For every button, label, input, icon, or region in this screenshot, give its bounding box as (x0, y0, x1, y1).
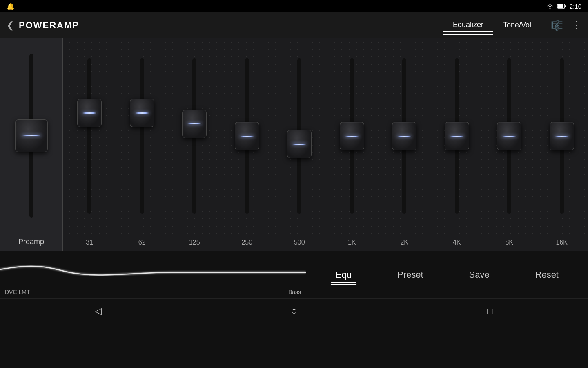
band-2k: 2K (378, 38, 431, 251)
band-31: 31 (63, 38, 116, 251)
band-8k: 8K (483, 38, 536, 251)
curve-labels: DVC LMT Bass (5, 289, 301, 295)
preamp-section: Preamp (0, 38, 63, 251)
band-250-label: 250 (241, 234, 252, 251)
svg-rect-3 (565, 5, 566, 7)
nav-recents-icon: □ (487, 306, 492, 316)
band-1k-thumb[interactable] (340, 122, 364, 150)
band-31-slider[interactable] (63, 38, 116, 234)
band-31-track (87, 58, 91, 214)
band-62-label: 62 (138, 234, 146, 251)
band-8k-thumb[interactable] (497, 122, 521, 150)
band-4k-label: 4K (453, 234, 461, 251)
bottom-tabs: Equ Preset Save Reset (306, 251, 588, 298)
band-1k: 1K (326, 38, 379, 251)
band-31-label: 31 (86, 234, 93, 251)
curve-area: DVC LMT Bass (0, 251, 306, 298)
bottom-section: DVC LMT Bass Equ Preset Save Reset (0, 251, 588, 298)
nav-back-icon: ◁ (95, 306, 102, 316)
band-125-label: 125 (189, 234, 200, 251)
top-bar: ❮ POWERAMP Equalizer Tone/Vol 🎼 ⋮ (0, 12, 588, 38)
band-500-thumb[interactable] (287, 130, 312, 158)
preamp-label: Preamp (0, 233, 62, 251)
band-16k-slider[interactable] (536, 38, 588, 234)
band-125: 125 (168, 38, 221, 251)
band-2k-thumb[interactable] (392, 122, 416, 150)
tab-save-button[interactable]: Save (464, 268, 494, 282)
band-62: 62 (116, 38, 169, 251)
wifi-icon (546, 3, 554, 9)
band-2k-track (402, 58, 406, 214)
band-2k-slider[interactable] (378, 38, 431, 234)
nav-home-icon: ○ (291, 305, 297, 317)
band-500-label: 500 (294, 234, 305, 251)
band-250: 250 (221, 38, 274, 251)
band-62-thumb[interactable] (130, 99, 154, 127)
preamp-slider-container[interactable] (0, 38, 62, 233)
band-8k-label: 8K (505, 234, 513, 251)
band-16k: 16K (536, 38, 588, 251)
band-31-thumb[interactable] (77, 99, 102, 127)
tab-equalizer[interactable]: Equalizer (443, 19, 493, 32)
nav-home-button[interactable]: ○ (282, 299, 306, 323)
band-4k: 4K (431, 38, 483, 251)
band-16k-track (560, 58, 564, 214)
band-62-track (140, 58, 144, 214)
band-250-track (245, 58, 249, 214)
band-4k-track (455, 58, 459, 214)
svg-rect-2 (558, 4, 564, 8)
band-500-slider[interactable] (273, 38, 326, 234)
band-500-track (297, 58, 301, 214)
dvc-lmt-label: DVC LMT (5, 289, 30, 295)
band-250-slider[interactable] (221, 38, 274, 234)
more-options-icon[interactable]: ⋮ (571, 19, 581, 31)
band-4k-thumb[interactable] (445, 122, 469, 150)
tab-tonevol[interactable]: Tone/Vol (493, 19, 541, 31)
band-500: 500 (273, 38, 326, 251)
status-bar: 🔔 2:10 (0, 0, 588, 12)
preamp-thumb[interactable] (15, 119, 48, 152)
band-125-thumb[interactable] (182, 110, 207, 138)
nav-back-button[interactable]: ◁ (86, 299, 110, 323)
band-8k-slider[interactable] (483, 38, 536, 234)
band-250-thumb[interactable] (235, 122, 259, 150)
bass-label: Bass (288, 289, 301, 295)
top-bar-tabs: Equalizer Tone/Vol (443, 19, 541, 32)
band-1k-label: 1K (348, 234, 356, 251)
preamp-track (29, 54, 33, 218)
notification-icon: 🔔 (7, 2, 15, 10)
band-62-slider[interactable] (116, 38, 169, 234)
sliders-area: 31 62 125 (63, 38, 588, 251)
status-bar-left: 🔔 (7, 2, 15, 10)
svg-point-0 (549, 8, 550, 9)
eq-area: Preamp 31 62 (0, 38, 588, 251)
tab-equ-button[interactable]: Equ (331, 268, 356, 282)
band-16k-thumb[interactable] (550, 122, 574, 150)
app-logo: POWERAMP (19, 20, 443, 31)
band-125-track (192, 58, 196, 214)
band-2k-label: 2K (400, 234, 408, 251)
band-1k-slider[interactable] (326, 38, 379, 234)
status-time: 2:10 (570, 3, 581, 10)
band-4k-slider[interactable] (431, 38, 483, 234)
band-1k-track (350, 58, 354, 214)
band-125-slider[interactable] (168, 38, 221, 234)
nav-bar: ◁ ○ □ (0, 298, 588, 323)
back-button[interactable]: ❮ (7, 20, 14, 31)
band-8k-track (507, 58, 511, 214)
status-bar-right: 2:10 (546, 3, 581, 10)
music-library-icon[interactable]: 🎼 (551, 20, 563, 31)
tab-reset-button[interactable]: Reset (530, 268, 564, 282)
battery-icon (557, 4, 566, 9)
tab-preset-button[interactable]: Preset (392, 268, 428, 282)
band-16k-label: 16K (556, 234, 568, 251)
top-bar-icons: 🎼 ⋮ (551, 19, 581, 31)
nav-recents-button[interactable]: □ (478, 299, 502, 323)
